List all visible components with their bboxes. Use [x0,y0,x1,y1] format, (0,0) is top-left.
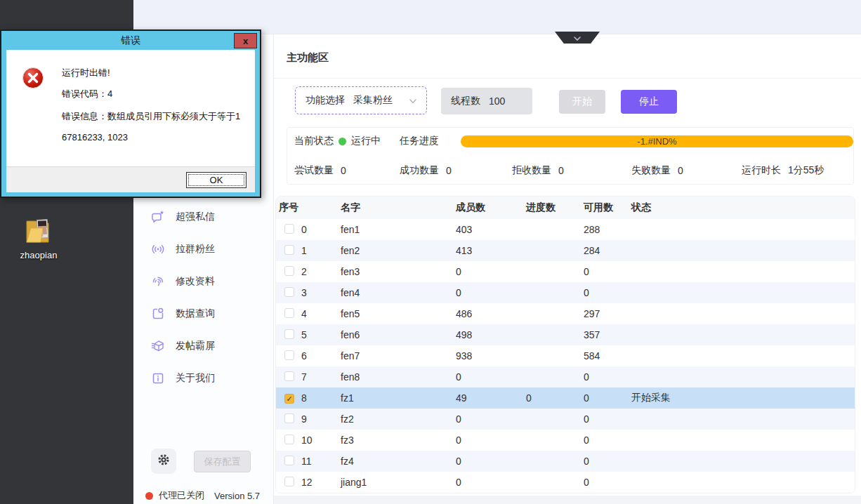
bottom-strip [274,496,861,504]
count-failed: 失败数量 0 [631,164,683,177]
sidebar-item-about-us[interactable]: 关于我们 [133,369,274,387]
cell-index: 3 [301,287,341,298]
row-checkbox[interactable] [284,435,294,444]
sidebar-item-post-flood[interactable]: 发帖霸屏 [133,337,274,355]
cell-name: fen8 [341,371,456,383]
profile-card-icon [151,307,165,321]
start-button[interactable]: 开始 [559,90,605,114]
sidebar-item-data-query[interactable]: 数据查询 [133,305,274,323]
cell-available: 0 [584,435,631,446]
cell-available: 584 [584,350,631,362]
function-select-value: 采集粉丝 [353,94,393,107]
cell-index: 6 [301,350,341,362]
info-icon [151,371,165,385]
sidebar-item-label: 超强私信 [176,211,215,223]
cell-index: 10 [301,435,341,446]
count-rejected: 拒收数量 0 [512,164,564,177]
cell-name: fen4 [341,287,456,298]
table-row[interactable]: 7 fen8 0 0 [276,366,855,387]
cell-status: 开始采集 [631,392,855,404]
cell-members: 0 [456,413,526,425]
cell-members: 0 [456,371,526,383]
table-row[interactable]: 9 fz2 0 0 [276,409,855,430]
cell-name: fz1 [341,392,456,404]
header-name: 名字 [341,201,456,214]
dialog-title: 错误 [121,34,140,47]
cube-icon [151,339,165,353]
row-checkbox[interactable] [284,456,294,465]
sidebar-item-label: 修改资料 [176,275,215,288]
cell-index: 11 [301,456,341,467]
cell-name: fz2 [341,413,456,425]
close-icon[interactable]: x [234,33,257,48]
row-checkbox[interactable] [284,308,294,318]
sidebar-item-label: 拉群粉丝 [176,243,215,256]
header-members: 成员数 [456,201,526,214]
proxy-status-dot [145,492,153,500]
cell-members: 498 [456,329,526,340]
function-select-dropdown[interactable]: 功能选择 采集粉丝 [295,86,427,114]
function-select-label: 功能选择 [305,94,345,107]
error-icon [22,67,44,92]
main-panel: 主功能区 功能选择 采集粉丝 线程数 100 开始 停止 当前状态 运行中 任务… [274,34,861,504]
task-progress-label: 任务进度 [400,135,439,147]
row-checkbox[interactable] [284,394,294,404]
sidebar-item-group-fans[interactable]: 拉群粉丝 [133,240,274,258]
row-checkbox[interactable] [284,329,294,339]
broadcast-icon [151,242,165,256]
error-message-1: 运行时出错! [62,67,110,79]
chevron-down-icon [408,96,418,108]
cell-available: 0 [584,456,631,467]
row-checkbox[interactable] [284,477,294,486]
sidebar-item-private-message[interactable]: 超强私信 [133,208,274,226]
task-progress-bar: -1.#IND% [461,135,853,147]
cell-available: 284 [584,245,631,256]
cell-available: 0 [584,477,631,488]
thread-count-field[interactable]: 线程数 100 [441,88,532,114]
table-row[interactable]: 6 fen7 938 584 [276,345,855,366]
count-label: 成功数量 [400,164,439,177]
page-title: 主功能区 [287,51,329,65]
table-row[interactable]: 10 fz3 0 0 [276,430,855,451]
table-row[interactable]: 12 jiang1 0 0 [276,472,855,493]
row-checkbox[interactable] [284,413,294,423]
settings-button[interactable] [151,449,176,474]
cell-name: fz4 [341,456,456,467]
table-row[interactable]: 3 fen4 0 0 [276,282,855,303]
desktop-folder-zhaopian[interactable]: zhaopian [11,216,67,260]
cell-members: 0 [456,435,526,446]
version-text: Version 5.7 [214,491,260,501]
save-config-button[interactable]: 保存配置 [194,451,251,472]
header-progress: 进度数 [526,201,584,214]
table-row[interactable]: 4 fen5 486 297 [276,303,855,324]
row-checkbox[interactable] [284,287,294,297]
table-row[interactable]: 1 fen2 413 284 [276,240,855,261]
table-row[interactable]: 8 fz1 49 0 0 开始采集 [276,387,855,409]
table-row[interactable]: 11 fz4 0 0 [276,451,855,472]
thread-count-value[interactable]: 100 [489,95,505,107]
cell-available: 357 [584,329,631,340]
row-checkbox[interactable] [284,371,294,381]
stop-button[interactable]: 停止 [621,90,677,114]
task-progress-text: -1.#IND% [637,136,676,147]
row-checkbox[interactable] [284,350,294,360]
sidebar-item-edit-profile[interactable]: 修改资料 [133,272,274,291]
header-available: 可用数 [584,201,631,214]
error-message-3: 错误信息：数组成员引用下标必须大于等于1 [62,110,240,123]
table-row[interactable]: 2 fen3 0 0 [276,261,855,282]
count-value: 0 [558,165,564,176]
cell-index: 8 [301,392,341,404]
cell-name: fen3 [341,266,456,277]
row-checkbox[interactable] [284,224,294,234]
row-checkbox[interactable] [284,266,294,276]
cell-progress: 0 [526,392,584,404]
cell-index: 9 [301,413,341,425]
row-checkbox[interactable] [284,245,294,255]
table-row[interactable]: 5 fen6 498 357 [276,324,855,345]
current-status-value: 运行中 [351,135,381,147]
count-value: 0 [341,165,346,176]
ok-button[interactable]: OK [186,172,247,188]
table-row[interactable]: 0 fen1 403 288 [276,219,855,240]
error-dialog: 错误 x 运行时出错! 错误代码：4 错误信息：数组成员引用下标必须大于等于1 … [0,29,261,198]
run-duration: 运行时长 1分55秒 [742,164,824,177]
